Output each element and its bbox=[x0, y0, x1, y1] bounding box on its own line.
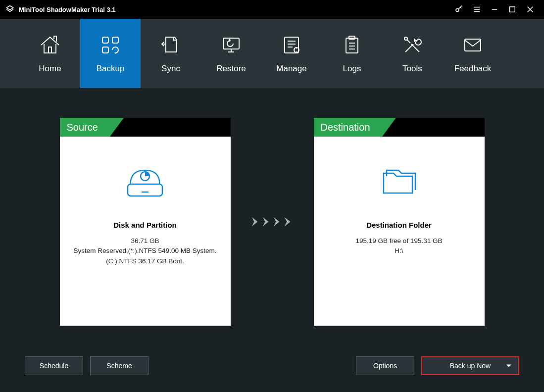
svg-rect-5 bbox=[510, 7, 515, 12]
destination-free: 195.19 GB free of 195.31 GB bbox=[348, 236, 450, 246]
folder-icon bbox=[377, 161, 421, 201]
nav-label: Sync bbox=[161, 64, 180, 74]
tools-icon bbox=[400, 33, 424, 57]
svg-rect-10 bbox=[112, 37, 118, 43]
nav-sync[interactable]: Sync bbox=[141, 19, 201, 88]
svg-rect-13 bbox=[285, 37, 298, 53]
svg-point-0 bbox=[456, 9, 459, 12]
nav-home[interactable]: Home bbox=[20, 19, 80, 88]
source-detail: System Reserved,(*:).NTFS 549.00 MB Syst… bbox=[66, 246, 225, 256]
options-button[interactable]: Options bbox=[356, 356, 414, 375]
nav-tools[interactable]: Tools bbox=[382, 19, 443, 88]
nav-label: Feedback bbox=[454, 64, 492, 74]
menu-icon[interactable] bbox=[468, 0, 486, 19]
nav-label: Logs bbox=[343, 64, 361, 74]
destination-panel[interactable]: Destination Destination Folder 195.19 GB… bbox=[314, 118, 485, 326]
nav-restore[interactable]: Restore bbox=[201, 19, 261, 88]
main-nav: Home Backup Sync bbox=[0, 19, 544, 88]
manage-icon bbox=[280, 33, 303, 57]
app-title: MiniTool ShadowMaker Trial 3.1 bbox=[19, 6, 116, 13]
app-logo-icon bbox=[5, 4, 15, 14]
schedule-button[interactable]: Schedule bbox=[25, 356, 83, 375]
feedback-icon bbox=[461, 33, 485, 57]
source-panel[interactable]: Source Disk and Partition 36.71 GB Syst bbox=[60, 118, 231, 326]
nav-backup[interactable]: Backup bbox=[80, 19, 141, 88]
destination-tab-label: Destination bbox=[314, 118, 382, 137]
nav-feedback[interactable]: Feedback bbox=[443, 19, 503, 88]
backup-now-label: Back up Now bbox=[450, 362, 491, 370]
nav-label: Tools bbox=[402, 64, 422, 74]
destination-path: H:\ bbox=[387, 246, 411, 256]
nav-logs[interactable]: Logs bbox=[322, 19, 382, 88]
maximize-icon[interactable] bbox=[503, 0, 521, 19]
svg-rect-25 bbox=[128, 184, 162, 196]
backup-now-button[interactable]: Back up Now bbox=[421, 356, 519, 375]
source-tab-label: Source bbox=[60, 118, 110, 137]
close-icon[interactable] bbox=[521, 0, 539, 19]
nav-manage[interactable]: Manage bbox=[261, 19, 322, 88]
nav-label: Restore bbox=[216, 64, 246, 74]
source-detail: (C:).NTFS 36.17 GB Boot. bbox=[98, 256, 192, 266]
minimize-icon[interactable] bbox=[486, 0, 503, 19]
scheme-button[interactable]: Scheme bbox=[90, 356, 148, 375]
backup-icon bbox=[99, 33, 122, 57]
restore-icon bbox=[219, 33, 243, 57]
transfer-arrows-icon bbox=[250, 215, 294, 229]
svg-rect-24 bbox=[465, 39, 481, 51]
nav-label: Backup bbox=[97, 64, 125, 74]
source-heading: Disk and Partition bbox=[113, 221, 177, 229]
disk-icon bbox=[123, 161, 167, 201]
nav-label: Manage bbox=[276, 64, 306, 74]
dropdown-caret-icon[interactable] bbox=[506, 365, 511, 367]
key-icon[interactable] bbox=[450, 0, 468, 19]
svg-rect-8 bbox=[49, 47, 51, 53]
source-size: 36.71 GB bbox=[123, 236, 167, 246]
svg-rect-11 bbox=[102, 47, 108, 53]
nav-label: Home bbox=[39, 64, 61, 74]
home-icon bbox=[38, 33, 62, 57]
sync-icon bbox=[159, 33, 183, 57]
logs-icon bbox=[340, 33, 364, 57]
destination-heading: Destination Folder bbox=[366, 221, 432, 229]
svg-rect-12 bbox=[223, 38, 239, 49]
svg-rect-9 bbox=[102, 37, 108, 43]
